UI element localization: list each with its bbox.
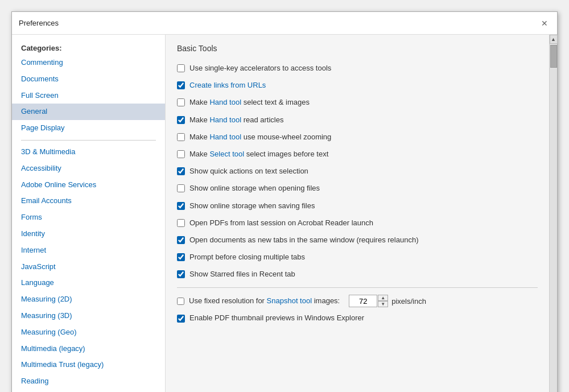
title-bar: Preferences ✕ [12, 12, 557, 35]
categories-label: Categories: [12, 40, 165, 55]
checkbox-thumbnail[interactable] [177, 315, 185, 323]
checkbox-snapshot[interactable] [177, 298, 184, 305]
main-content: Basic Tools Use single-key accelerators … [166, 35, 549, 392]
sidebar-item-accessibility[interactable]: Accessibility [12, 160, 165, 177]
label-storageopening: Show online storage when opening files [189, 183, 320, 193]
checkbox-handtextimages[interactable] [177, 98, 185, 106]
sidebar-item-javascript[interactable]: JavaScript [12, 259, 165, 275]
checkbox-row-promptclosing: Prompt before closing multiple tabs [177, 251, 538, 263]
checkbox-newtabs[interactable] [177, 236, 185, 244]
label-promptclosing: Prompt before closing multiple tabs [189, 252, 305, 262]
label-thumbnail: Enable PDF thumbnail previews in Windows… [189, 313, 364, 323]
content-area: Categories: Commenting Documents Full Sc… [12, 35, 557, 392]
sidebar-item-commenting[interactable]: Commenting [12, 55, 165, 71]
sidebar-divider [21, 140, 156, 141]
checkbox-handreadarticles[interactable] [177, 116, 185, 124]
section-title: Basic Tools [177, 44, 538, 55]
spin-buttons: ▲ ▼ [378, 295, 388, 307]
sidebar-item-identity[interactable]: Identity [12, 226, 165, 242]
checkbox-lastsession[interactable] [177, 219, 185, 227]
checkbox-row-storagesaving: Show online storage when saving files [177, 200, 538, 212]
label-lastsession: Open PDFs from last session on Acrobat R… [189, 218, 373, 228]
sidebar-item-3d[interactable]: 3D & Multimedia [12, 144, 165, 160]
sidebar: Categories: Commenting Documents Full Sc… [12, 35, 166, 392]
sidebar-item-pagedisplay[interactable]: Page Display [12, 120, 165, 137]
checkbox-row-thumbnail: Enable PDF thumbnail previews in Windows… [177, 312, 538, 324]
sidebar-item-internet[interactable]: Internet [12, 242, 165, 259]
preferences-window: Preferences ✕ Categories: Commenting Doc… [11, 11, 558, 392]
window-title: Preferences [19, 19, 59, 27]
sidebar-item-fullscreen[interactable]: Full Screen [12, 88, 165, 104]
checkbox-row-selectimages: Make Select tool select images before te… [177, 148, 538, 160]
checkbox-promptclosing[interactable] [177, 253, 185, 261]
checkbox-storagesaving[interactable] [177, 202, 185, 210]
pixel-unit-label: pixels/inch [391, 297, 426, 306]
spin-up-button[interactable]: ▲ [378, 295, 388, 301]
label-snapshot: Use fixed resolution for Snapshot tool i… [189, 296, 340, 306]
checkbox-row-handmousewheel: Make Hand tool use mouse-wheel zooming [177, 131, 538, 143]
sidebar-item-general[interactable]: General [12, 104, 165, 120]
sidebar-item-multimedia[interactable]: Multimedia (legacy) [12, 341, 165, 357]
section-divider [177, 287, 538, 288]
checkbox-singlekey[interactable] [177, 64, 185, 72]
sidebar-item-language[interactable]: Language [12, 275, 165, 291]
checkbox-row-handreadarticles: Make Hand tool read articles [177, 114, 538, 126]
checkbox-selectimages[interactable] [177, 150, 185, 158]
checkbox-row-singlekey: Use single-key accelerators to access to… [177, 62, 538, 75]
checkbox-quickactions[interactable] [177, 167, 185, 175]
scroll-up-button[interactable]: ▲ [550, 35, 558, 44]
label-handmousewheel: Make Hand tool use mouse-wheel zooming [189, 132, 331, 142]
close-button[interactable]: ✕ [539, 18, 550, 29]
scroll-thumb[interactable] [550, 45, 557, 68]
checkbox-createlinks[interactable] [177, 81, 185, 89]
checkbox-row-starred: Show Starred files in Recent tab [177, 268, 538, 280]
label-selectimages: Make Select tool select images before te… [189, 149, 328, 159]
snapshot-row: Use fixed resolution for Snapshot tool i… [177, 295, 538, 307]
label-storagesaving: Show online storage when saving files [189, 201, 315, 211]
spin-down-button[interactable]: ▼ [378, 301, 388, 307]
label-newtabs: Open documents as new tabs in the same w… [189, 235, 419, 245]
checkbox-row-storageopening: Show online storage when opening files [177, 182, 538, 195]
checkbox-storageopening[interactable] [177, 184, 185, 192]
pixel-value-input[interactable] [349, 295, 377, 307]
sidebar-item-measuring3d[interactable]: Measuring (3D) [12, 308, 165, 324]
sidebar-item-adobeonline[interactable]: Adobe Online Services [12, 177, 165, 193]
label-quickactions: Show quick actions on text selection [189, 166, 308, 176]
pixel-input-group: ▲ ▼ pixels/inch [349, 295, 426, 307]
sidebar-item-measuringgeo[interactable]: Measuring (Geo) [12, 324, 165, 341]
sidebar-item-reading[interactable]: Reading [12, 373, 165, 390]
sidebar-item-multimediatrust[interactable]: Multimedia Trust (legacy) [12, 357, 165, 373]
sidebar-item-measuring2d[interactable]: Measuring (2D) [12, 291, 165, 308]
checkbox-row-createlinks: Create links from URLs [177, 79, 538, 92]
label-singlekey: Use single-key accelerators to access to… [189, 63, 331, 73]
sidebar-item-emailaccounts[interactable]: Email Accounts [12, 193, 165, 209]
label-handtextimages: Make Hand tool select text & images [189, 97, 310, 108]
checkbox-handmousewheel[interactable] [177, 133, 185, 141]
checkbox-row-lastsession: Open PDFs from last session on Acrobat R… [177, 217, 538, 229]
sidebar-item-forms[interactable]: Forms [12, 209, 165, 226]
label-starred: Show Starred files in Recent tab [189, 269, 295, 279]
checkbox-starred[interactable] [177, 270, 185, 278]
sidebar-item-documents[interactable]: Documents [12, 71, 165, 88]
checkbox-row-handtextimages: Make Hand tool select text & images [177, 96, 538, 109]
scrollbar: ▲ ▼ [549, 35, 557, 392]
label-handreadarticles: Make Hand tool read articles [189, 115, 283, 125]
sidebar-item-reviewing[interactable]: Reviewing [12, 390, 165, 392]
checkbox-row-newtabs: Open documents as new tabs in the same w… [177, 234, 538, 246]
label-createlinks: Create links from URLs [189, 80, 266, 90]
checkbox-row-quickactions: Show quick actions on text selection [177, 165, 538, 178]
